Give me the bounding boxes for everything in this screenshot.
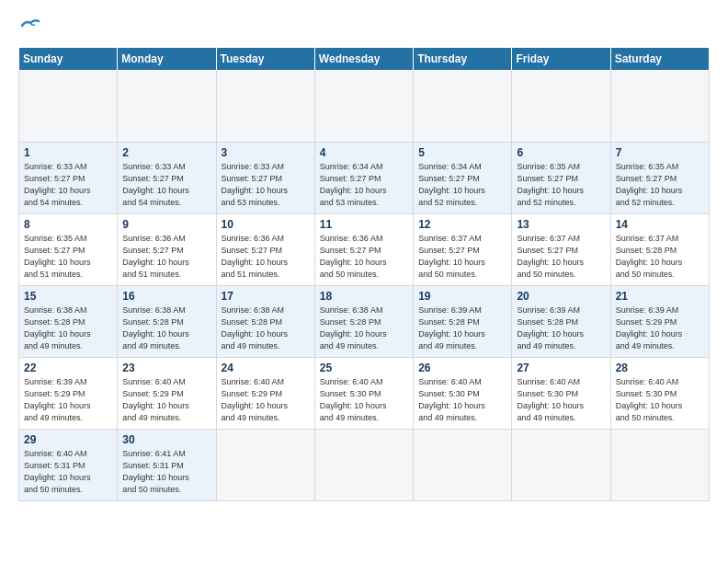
table-row: 11Sunrise: 6:36 AM Sunset: 5:27 PM Dayli… xyxy=(314,213,413,285)
day-info: Sunrise: 6:35 AM Sunset: 5:27 PM Dayligh… xyxy=(616,161,704,209)
day-info: Sunrise: 6:37 AM Sunset: 5:27 PM Dayligh… xyxy=(418,233,506,281)
day-number: 10 xyxy=(222,218,310,231)
day-info: Sunrise: 6:40 AM Sunset: 5:30 PM Dayligh… xyxy=(616,376,704,424)
calendar-week-row: 15Sunrise: 6:38 AM Sunset: 5:28 PM Dayli… xyxy=(19,285,710,357)
table-row: 30Sunrise: 6:41 AM Sunset: 5:31 PM Dayli… xyxy=(118,429,216,500)
day-number: 23 xyxy=(122,362,210,374)
day-number: 15 xyxy=(24,290,112,303)
day-info: Sunrise: 6:39 AM Sunset: 5:29 PM Dayligh… xyxy=(24,376,112,424)
table-row: 10Sunrise: 6:36 AM Sunset: 5:27 PM Dayli… xyxy=(216,213,314,285)
logo xyxy=(18,17,40,38)
day-number: 5 xyxy=(418,146,506,159)
table-row xyxy=(19,70,118,142)
day-info: Sunrise: 6:37 AM Sunset: 5:27 PM Dayligh… xyxy=(517,233,605,281)
day-number: 18 xyxy=(320,290,408,303)
day-info: Sunrise: 6:38 AM Sunset: 5:28 PM Dayligh… xyxy=(24,304,112,352)
table-row: 7Sunrise: 6:35 AM Sunset: 5:27 PM Daylig… xyxy=(610,142,709,213)
table-row: 27Sunrise: 6:40 AM Sunset: 5:30 PM Dayli… xyxy=(512,357,610,429)
table-row xyxy=(512,429,610,500)
table-row: 24Sunrise: 6:40 AM Sunset: 5:29 PM Dayli… xyxy=(216,357,314,429)
table-row: 26Sunrise: 6:40 AM Sunset: 5:30 PM Dayli… xyxy=(414,357,512,429)
calendar-week-row: 29Sunrise: 6:40 AM Sunset: 5:31 PM Dayli… xyxy=(19,429,710,500)
table-row: 6Sunrise: 6:35 AM Sunset: 5:27 PM Daylig… xyxy=(512,142,610,213)
day-info: Sunrise: 6:41 AM Sunset: 5:31 PM Dayligh… xyxy=(122,448,210,496)
header xyxy=(18,17,710,38)
day-number: 4 xyxy=(320,146,408,159)
day-number: 13 xyxy=(517,218,605,231)
table-row xyxy=(314,70,413,142)
table-row: 18Sunrise: 6:38 AM Sunset: 5:28 PM Dayli… xyxy=(314,285,413,357)
table-row: 1Sunrise: 6:33 AM Sunset: 5:27 PM Daylig… xyxy=(19,142,118,213)
day-number: 17 xyxy=(222,290,310,303)
table-row: 15Sunrise: 6:38 AM Sunset: 5:28 PM Dayli… xyxy=(19,285,118,357)
table-row xyxy=(414,429,512,500)
day-number: 14 xyxy=(616,218,704,231)
day-number: 26 xyxy=(418,362,506,374)
day-number: 21 xyxy=(616,290,704,303)
calendar-week-row xyxy=(19,70,710,142)
day-info: Sunrise: 6:35 AM Sunset: 5:27 PM Dayligh… xyxy=(24,233,112,281)
day-number: 7 xyxy=(616,146,704,159)
day-number: 27 xyxy=(517,362,605,374)
table-row: 19Sunrise: 6:39 AM Sunset: 5:28 PM Dayli… xyxy=(414,285,512,357)
day-number: 1 xyxy=(24,146,112,159)
table-row: 20Sunrise: 6:39 AM Sunset: 5:28 PM Dayli… xyxy=(512,285,610,357)
day-number: 25 xyxy=(320,362,408,374)
table-row xyxy=(216,429,314,500)
table-row: 3Sunrise: 6:33 AM Sunset: 5:27 PM Daylig… xyxy=(216,142,314,213)
day-info: Sunrise: 6:39 AM Sunset: 5:28 PM Dayligh… xyxy=(517,304,605,352)
day-number: 16 xyxy=(122,290,210,303)
table-row: 5Sunrise: 6:34 AM Sunset: 5:27 PM Daylig… xyxy=(414,142,512,213)
day-info: Sunrise: 6:33 AM Sunset: 5:27 PM Dayligh… xyxy=(122,161,210,209)
day-info: Sunrise: 6:35 AM Sunset: 5:27 PM Dayligh… xyxy=(517,161,605,209)
day-info: Sunrise: 6:36 AM Sunset: 5:27 PM Dayligh… xyxy=(222,233,310,281)
day-number: 22 xyxy=(24,362,112,374)
table-row: 21Sunrise: 6:39 AM Sunset: 5:29 PM Dayli… xyxy=(610,285,709,357)
calendar-header-row: Sunday Monday Tuesday Wednesday Thursday… xyxy=(19,47,710,70)
day-number: 28 xyxy=(616,362,704,374)
day-info: Sunrise: 6:40 AM Sunset: 5:30 PM Dayligh… xyxy=(418,376,506,424)
table-row: 2Sunrise: 6:33 AM Sunset: 5:27 PM Daylig… xyxy=(118,142,216,213)
day-info: Sunrise: 6:39 AM Sunset: 5:29 PM Dayligh… xyxy=(616,304,704,352)
day-number: 3 xyxy=(222,146,310,159)
table-row xyxy=(314,429,413,500)
col-saturday: Saturday xyxy=(610,47,709,70)
table-row: 8Sunrise: 6:35 AM Sunset: 5:27 PM Daylig… xyxy=(19,213,118,285)
calendar-week-row: 1Sunrise: 6:33 AM Sunset: 5:27 PM Daylig… xyxy=(19,142,710,213)
table-row xyxy=(216,70,314,142)
table-row xyxy=(118,70,216,142)
table-row: 13Sunrise: 6:37 AM Sunset: 5:27 PM Dayli… xyxy=(512,213,610,285)
table-row: 12Sunrise: 6:37 AM Sunset: 5:27 PM Dayli… xyxy=(414,213,512,285)
table-row: 22Sunrise: 6:39 AM Sunset: 5:29 PM Dayli… xyxy=(19,357,118,429)
day-info: Sunrise: 6:36 AM Sunset: 5:27 PM Dayligh… xyxy=(122,233,210,281)
table-row xyxy=(512,70,610,142)
day-info: Sunrise: 6:39 AM Sunset: 5:28 PM Dayligh… xyxy=(418,304,506,352)
table-row xyxy=(610,70,709,142)
day-info: Sunrise: 6:33 AM Sunset: 5:27 PM Dayligh… xyxy=(222,161,310,209)
col-tuesday: Tuesday xyxy=(216,47,314,70)
table-row: 9Sunrise: 6:36 AM Sunset: 5:27 PM Daylig… xyxy=(118,213,216,285)
day-number: 9 xyxy=(122,218,210,231)
day-info: Sunrise: 6:38 AM Sunset: 5:28 PM Dayligh… xyxy=(122,304,210,352)
day-info: Sunrise: 6:38 AM Sunset: 5:28 PM Dayligh… xyxy=(222,304,310,352)
col-monday: Monday xyxy=(118,47,216,70)
day-number: 11 xyxy=(320,218,408,231)
day-info: Sunrise: 6:33 AM Sunset: 5:27 PM Dayligh… xyxy=(24,161,112,209)
table-row: 14Sunrise: 6:37 AM Sunset: 5:28 PM Dayli… xyxy=(610,213,709,285)
table-row: 4Sunrise: 6:34 AM Sunset: 5:27 PM Daylig… xyxy=(314,142,413,213)
table-row: 25Sunrise: 6:40 AM Sunset: 5:30 PM Dayli… xyxy=(314,357,413,429)
table-row: 16Sunrise: 6:38 AM Sunset: 5:28 PM Dayli… xyxy=(118,285,216,357)
table-row: 28Sunrise: 6:40 AM Sunset: 5:30 PM Dayli… xyxy=(610,357,709,429)
day-number: 24 xyxy=(222,362,310,374)
day-number: 12 xyxy=(418,218,506,231)
calendar-week-row: 22Sunrise: 6:39 AM Sunset: 5:29 PM Dayli… xyxy=(19,357,710,429)
day-info: Sunrise: 6:40 AM Sunset: 5:29 PM Dayligh… xyxy=(122,376,210,424)
calendar: Sunday Monday Tuesday Wednesday Thursday… xyxy=(18,47,710,501)
calendar-week-row: 8Sunrise: 6:35 AM Sunset: 5:27 PM Daylig… xyxy=(19,213,710,285)
day-info: Sunrise: 6:38 AM Sunset: 5:28 PM Dayligh… xyxy=(320,304,408,352)
day-info: Sunrise: 6:36 AM Sunset: 5:27 PM Dayligh… xyxy=(320,233,408,281)
col-wednesday: Wednesday xyxy=(314,47,413,70)
logo-text xyxy=(18,17,40,35)
col-friday: Friday xyxy=(512,47,610,70)
table-row xyxy=(414,70,512,142)
